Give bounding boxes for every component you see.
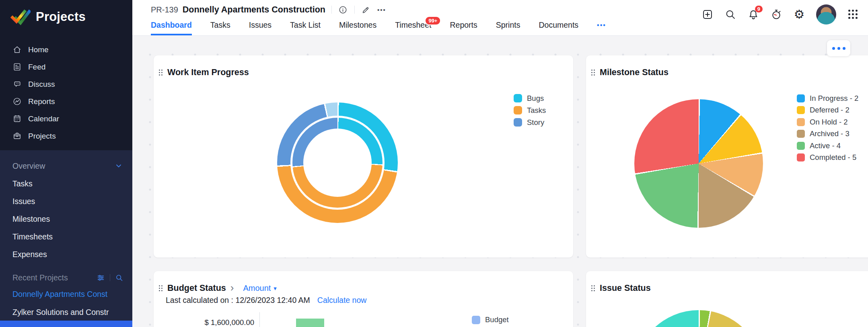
project-title: Donnelly Apartments Construction — [183, 5, 325, 15]
sidebar-item-tasks[interactable]: Tasks — [0, 175, 132, 192]
recent-project-label: Zylker Solutions and Constr — [12, 308, 109, 317]
legend-item-bugs[interactable]: Bugs — [514, 94, 546, 102]
sidebar-item-projects[interactable]: Projects — [0, 127, 132, 145]
tab-dashboard[interactable]: Dashboard — [151, 20, 192, 35]
divider — [354, 6, 355, 14]
tab-task-list[interactable]: Task List — [290, 20, 321, 35]
project-more-button[interactable]: ••• — [377, 6, 386, 13]
project-id: PR-139 — [151, 5, 178, 14]
sidebar-item-timesheets[interactable]: Timesheets — [0, 228, 132, 245]
tab-sprints[interactable]: Sprints — [496, 20, 520, 35]
milestone-status-pie[interactable] — [634, 99, 763, 228]
settings-button[interactable]: ⚙ — [793, 8, 805, 20]
sidebar-item-label: Milestones — [12, 215, 50, 224]
search-projects-icon[interactable] — [115, 274, 123, 282]
drag-handle-icon[interactable] — [159, 69, 163, 76]
sidebar-item-reports[interactable]: Reports — [0, 93, 132, 110]
legend-swatch — [472, 316, 480, 324]
caret-down-icon: ▾ — [274, 285, 277, 292]
timer-button[interactable] — [770, 8, 782, 20]
sidebar-project-section: Overview Tasks Issues Milestones Timeshe… — [0, 150, 132, 327]
sidebar-item-label: Calendar — [28, 114, 59, 123]
drag-handle-icon[interactable] — [591, 285, 595, 292]
sidebar-item-feed[interactable]: Feed — [0, 58, 132, 76]
sidebar-main-nav: Home Feed Discuss Reports Calendar Proje… — [0, 41, 132, 145]
legend-swatch — [797, 130, 805, 138]
topbar-actions: 9 ⚙ — [701, 4, 859, 25]
dot — [843, 47, 845, 50]
timer-icon — [771, 9, 782, 20]
recent-projects-title: Recent Projects — [12, 273, 68, 282]
legend-item-tasks[interactable]: Tasks — [514, 106, 546, 114]
divider — [331, 6, 332, 14]
sidebar-item-milestones[interactable]: Milestones — [0, 210, 132, 228]
timesheet-count-badge: 99+ — [425, 16, 441, 25]
legend-swatch — [797, 118, 805, 126]
project-edit-button[interactable] — [361, 4, 371, 15]
global-search-button[interactable] — [724, 8, 736, 20]
dashboard-more-button[interactable] — [827, 40, 850, 56]
calculate-now-link[interactable]: Calculate now — [317, 296, 366, 305]
legend-item-archived[interactable]: Archived - 3 — [797, 130, 858, 138]
sidebar-item-label: Discuss — [28, 80, 55, 89]
tab-issues[interactable]: Issues — [249, 20, 272, 35]
tab-milestones[interactable]: Milestones — [339, 20, 376, 35]
tab-timesheet[interactable]: Timesheet 99+ — [395, 20, 431, 35]
app-logo-text: Projects — [36, 10, 86, 24]
card-title: Budget Status — [167, 283, 226, 293]
milestone-status-legend: In Progress - 2 Deferred - 2 On Hold - 2… — [797, 94, 858, 162]
user-avatar[interactable] — [816, 4, 836, 25]
recent-project-zylker[interactable]: Zylker Solutions and Constr — [0, 303, 132, 321]
app-logo[interactable]: Projects — [0, 0, 132, 26]
sidebar-item-calendar[interactable]: Calendar — [0, 110, 132, 127]
legend-swatch — [514, 118, 522, 127]
project-header: PR-139 Donnelly Apartments Construction … — [132, 0, 868, 36]
sidebar-item-overview[interactable]: Overview — [0, 157, 132, 175]
chevron-down-icon[interactable] — [115, 162, 123, 170]
notifications-button[interactable]: 9 — [747, 8, 759, 20]
sidebar-item-label: Expenses — [12, 250, 47, 259]
tab-documents[interactable]: Documents — [539, 20, 578, 35]
budget-bar[interactable] — [296, 319, 324, 327]
recent-project-donnelly[interactable]: Donnelly Apartments Const — [0, 285, 132, 303]
issue-status-pie[interactable] — [634, 310, 763, 327]
budget-view-dropdown[interactable]: Amount ▾ — [243, 284, 276, 293]
sidebar-item-label: Home — [28, 45, 49, 54]
legend-item-in-progress[interactable]: In Progress - 2 — [797, 94, 858, 102]
info-icon — [338, 5, 348, 14]
legend-item-story[interactable]: Story — [514, 118, 546, 127]
card-title: Issue Status — [600, 283, 651, 293]
work-item-progress-donut[interactable] — [277, 102, 398, 223]
legend-swatch — [514, 106, 522, 114]
project-info-button[interactable] — [338, 4, 348, 15]
sidebar-item-label: Timesheets — [12, 232, 53, 241]
quick-add-button[interactable] — [701, 8, 714, 20]
dot — [837, 47, 840, 50]
legend-item-completed[interactable]: Completed - 5 — [797, 153, 858, 162]
legend-item-on-hold[interactable]: On Hold - 2 — [797, 118, 858, 126]
project-title-row: PR-139 Donnelly Apartments Construction … — [151, 4, 386, 16]
sidebar-bottom-highlight — [0, 321, 132, 327]
drag-handle-icon[interactable] — [159, 285, 163, 292]
budget-legend[interactable]: Budget — [472, 315, 509, 324]
sidebar-item-label: Feed — [28, 63, 45, 72]
divider — [110, 274, 110, 281]
sidebar-item-expenses[interactable]: Expenses — [0, 245, 132, 263]
feed-icon — [12, 62, 22, 72]
apps-menu-button[interactable] — [847, 8, 859, 20]
legend-item-active[interactable]: Active - 4 — [797, 141, 858, 150]
sidebar-item-issues[interactable]: Issues — [0, 192, 132, 210]
reports-icon — [12, 97, 22, 106]
tab-reports[interactable]: Reports — [450, 20, 477, 35]
tabs-overflow-button[interactable]: ••• — [597, 22, 606, 35]
drag-handle-icon[interactable] — [591, 69, 595, 76]
pencil-icon — [361, 5, 370, 14]
tab-tasks[interactable]: Tasks — [210, 20, 230, 35]
notification-count-badge: 9 — [755, 6, 763, 12]
filter-sliders-icon[interactable] — [97, 274, 105, 282]
legend-item-deferred[interactable]: Deferred - 2 — [797, 106, 858, 114]
calendar-icon — [12, 114, 22, 123]
legend-swatch — [797, 94, 805, 102]
sidebar-item-home[interactable]: Home — [0, 41, 132, 58]
sidebar-item-discuss[interactable]: Discuss — [0, 76, 132, 93]
